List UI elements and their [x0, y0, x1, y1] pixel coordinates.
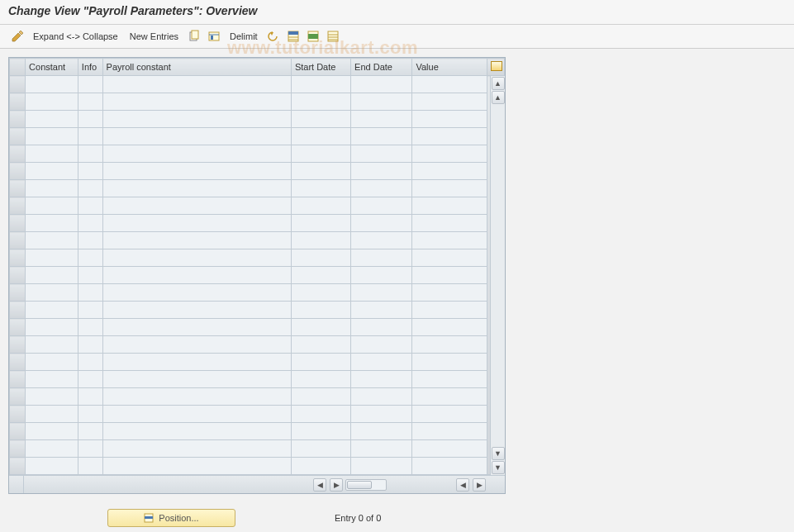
cell-payroll-constant[interactable]	[102, 163, 291, 180]
row-selector[interactable]	[10, 76, 26, 93]
cell-constant[interactable]	[26, 440, 78, 458]
cell-info[interactable]	[78, 458, 102, 475]
scroll-up-button-2[interactable]: ▲	[492, 91, 505, 104]
select-block-button[interactable]	[304, 28, 322, 45]
cell-info[interactable]	[78, 284, 102, 302]
cell-payroll-constant[interactable]	[102, 284, 291, 302]
row-selector[interactable]	[10, 93, 26, 111]
cell-payroll-constant[interactable]	[102, 302, 291, 319]
cell-end-date[interactable]	[351, 111, 412, 128]
cell-value[interactable]	[412, 232, 487, 249]
row-selector[interactable]	[10, 423, 26, 440]
cell-start-date[interactable]	[291, 458, 350, 475]
cell-payroll-constant[interactable]	[102, 215, 291, 232]
cell-constant[interactable]	[26, 215, 78, 232]
cell-start-date[interactable]	[291, 76, 350, 93]
cell-constant[interactable]	[26, 163, 78, 180]
cell-start-date[interactable]	[291, 319, 350, 336]
cell-constant[interactable]	[26, 180, 78, 197]
cell-payroll-constant[interactable]	[102, 319, 291, 336]
row-selector[interactable]	[10, 440, 26, 458]
cell-value[interactable]	[412, 440, 487, 458]
cell-payroll-constant[interactable]	[102, 111, 291, 128]
cell-payroll-constant[interactable]	[102, 76, 291, 93]
cell-end-date[interactable]	[351, 388, 412, 406]
cell-start-date[interactable]	[291, 232, 350, 249]
hscroll-prev-button[interactable]: ▶	[330, 478, 343, 492]
cell-payroll-constant[interactable]	[102, 388, 291, 406]
scroll-down-button[interactable]: ▼	[492, 461, 505, 474]
hscroll-first-button[interactable]: ◀	[313, 478, 326, 492]
row-selector[interactable]	[10, 180, 26, 197]
cell-constant[interactable]	[26, 336, 78, 354]
cell-constant[interactable]	[26, 145, 78, 163]
cell-info[interactable]	[78, 128, 102, 145]
cell-payroll-constant[interactable]	[102, 145, 291, 163]
cell-info[interactable]	[78, 423, 102, 440]
cell-info[interactable]	[78, 111, 102, 128]
row-selector[interactable]	[10, 163, 26, 180]
cell-constant[interactable]	[26, 93, 78, 111]
cell-constant[interactable]	[26, 423, 78, 440]
cell-end-date[interactable]	[351, 440, 412, 458]
row-selector[interactable]	[10, 249, 26, 267]
select-all-button[interactable]	[284, 28, 302, 45]
row-selector[interactable]	[10, 215, 26, 232]
cell-value[interactable]	[412, 388, 487, 406]
cell-constant[interactable]	[26, 284, 78, 302]
cell-info[interactable]	[78, 406, 102, 423]
cell-start-date[interactable]	[291, 423, 350, 440]
col-header-end-date[interactable]: End Date	[351, 59, 412, 76]
row-selector[interactable]	[10, 354, 26, 371]
cell-value[interactable]	[412, 319, 487, 336]
cell-value[interactable]	[412, 215, 487, 232]
cell-payroll-constant[interactable]	[102, 232, 291, 249]
row-selector[interactable]	[10, 284, 26, 302]
cell-info[interactable]	[78, 180, 102, 197]
cell-value[interactable]	[412, 354, 487, 371]
cell-start-date[interactable]	[291, 336, 350, 354]
cell-start-date[interactable]	[291, 440, 350, 458]
cell-constant[interactable]	[26, 249, 78, 267]
cell-constant[interactable]	[26, 319, 78, 336]
cell-info[interactable]	[78, 302, 102, 319]
cell-info[interactable]	[78, 215, 102, 232]
row-selector[interactable]	[10, 336, 26, 354]
hscroll-track[interactable]	[345, 479, 387, 491]
table-settings-button[interactable]	[487, 59, 504, 76]
cell-value[interactable]	[412, 180, 487, 197]
cell-payroll-constant[interactable]	[102, 406, 291, 423]
cell-constant[interactable]	[26, 458, 78, 475]
cell-constant[interactable]	[26, 111, 78, 128]
cell-value[interactable]	[412, 336, 487, 354]
cell-start-date[interactable]	[291, 215, 350, 232]
toggle-display-change-button[interactable]	[8, 28, 26, 45]
cell-info[interactable]	[78, 267, 102, 284]
cell-info[interactable]	[78, 371, 102, 388]
delete-button[interactable]	[205, 28, 223, 45]
row-selector[interactable]	[10, 406, 26, 423]
cell-payroll-constant[interactable]	[102, 354, 291, 371]
row-selector[interactable]	[10, 319, 26, 336]
cell-value[interactable]	[412, 458, 487, 475]
deselect-all-button[interactable]	[324, 28, 342, 45]
cell-payroll-constant[interactable]	[102, 336, 291, 354]
cell-payroll-constant[interactable]	[102, 440, 291, 458]
cell-end-date[interactable]	[351, 76, 412, 93]
cell-info[interactable]	[78, 76, 102, 93]
cell-constant[interactable]	[26, 388, 78, 406]
cell-end-date[interactable]	[351, 458, 412, 475]
cell-end-date[interactable]	[351, 406, 412, 423]
row-selector-header[interactable]	[10, 59, 26, 76]
cell-start-date[interactable]	[291, 145, 350, 163]
cell-value[interactable]	[412, 267, 487, 284]
col-header-payroll-constant[interactable]: Payroll constant	[102, 59, 291, 76]
cell-payroll-constant[interactable]	[102, 267, 291, 284]
cell-payroll-constant[interactable]	[102, 180, 291, 197]
cell-payroll-constant[interactable]	[102, 197, 291, 215]
cell-end-date[interactable]	[351, 197, 412, 215]
cell-value[interactable]	[412, 284, 487, 302]
cell-value[interactable]	[412, 302, 487, 319]
row-selector[interactable]	[10, 145, 26, 163]
cell-value[interactable]	[412, 145, 487, 163]
